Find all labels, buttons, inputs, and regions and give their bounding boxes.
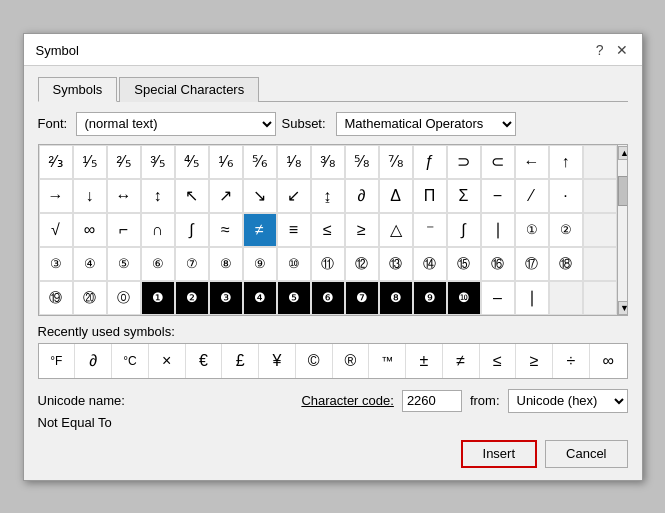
recently-cell[interactable]: °C	[112, 344, 149, 378]
symbol-cell[interactable]: ❹	[243, 281, 277, 315]
recently-cell[interactable]: ™	[369, 344, 406, 378]
symbol-cell[interactable]: ³⁄₅	[141, 145, 175, 179]
symbol-cell-selected[interactable]: ≠	[243, 213, 277, 247]
symbol-cell[interactable]: ↙	[277, 179, 311, 213]
symbol-cell[interactable]: ❻	[311, 281, 345, 315]
symbol-cell[interactable]: ⓪	[107, 281, 141, 315]
symbol-cell[interactable]: ②	[549, 213, 583, 247]
symbol-cell[interactable]: ⑯	[481, 247, 515, 281]
symbol-cell[interactable]: –	[481, 281, 515, 315]
symbol-cell[interactable]: ⑬	[379, 247, 413, 281]
symbol-cell[interactable]: ²⁄₅	[107, 145, 141, 179]
symbol-cell[interactable]: ∫	[447, 213, 481, 247]
symbol-cell[interactable]: ⑰	[515, 247, 549, 281]
from-select[interactable]: Unicode (hex)	[508, 389, 628, 413]
symbol-cell[interactable]: ∫	[175, 213, 209, 247]
symbol-cell[interactable]: ⁴⁄₅	[175, 145, 209, 179]
symbol-cell[interactable]: ←	[515, 145, 549, 179]
symbol-cell[interactable]: ↗	[209, 179, 243, 213]
recently-cell[interactable]: ®	[333, 344, 370, 378]
symbol-cell[interactable]: ③	[39, 247, 73, 281]
symbol-cell[interactable]: √	[39, 213, 73, 247]
tab-symbols[interactable]: Symbols	[38, 77, 118, 102]
symbol-cell[interactable]: ↓	[73, 179, 107, 213]
symbol-cell[interactable]: ∣	[515, 281, 549, 315]
font-select[interactable]: (normal text)	[76, 112, 276, 136]
recently-cell[interactable]: ∞	[590, 344, 627, 378]
symbol-cell[interactable]: ⑧	[209, 247, 243, 281]
symbol-cell[interactable]: ⁵⁄₈	[345, 145, 379, 179]
recently-cell[interactable]: ≠	[443, 344, 480, 378]
symbol-cell[interactable]: ↖	[175, 179, 209, 213]
symbol-cell[interactable]: →	[39, 179, 73, 213]
tab-special-characters[interactable]: Special Characters	[119, 77, 259, 102]
symbol-cell[interactable]: ≈	[209, 213, 243, 247]
symbol-cell[interactable]: ↑	[549, 145, 583, 179]
symbol-cell[interactable]: ≥	[345, 213, 379, 247]
symbol-cell[interactable]: ⑮	[447, 247, 481, 281]
recently-cell[interactable]: ×	[149, 344, 186, 378]
symbol-cell[interactable]: ∩	[141, 213, 175, 247]
symbol-cell[interactable]: ∞	[73, 213, 107, 247]
symbol-cell[interactable]: ³⁄₈	[311, 145, 345, 179]
symbol-cell[interactable]: −	[481, 179, 515, 213]
char-code-label[interactable]: Character code:	[301, 393, 394, 408]
symbol-cell[interactable]: ❼	[345, 281, 379, 315]
recently-cell[interactable]: ≥	[516, 344, 553, 378]
symbol-cell[interactable]: ²⁄₃	[39, 145, 73, 179]
symbol-cell[interactable]: ①	[515, 213, 549, 247]
symbol-cell[interactable]: ⑨	[243, 247, 277, 281]
symbol-cell[interactable]: ↔	[107, 179, 141, 213]
symbol-cell[interactable]: ❽	[379, 281, 413, 315]
recently-cell[interactable]: ≤	[480, 344, 517, 378]
symbol-cell[interactable]: ❾	[413, 281, 447, 315]
recently-cell[interactable]: ¥	[259, 344, 296, 378]
symbol-cell[interactable]: ⑩	[277, 247, 311, 281]
symbol-cell[interactable]: ⁻	[413, 213, 447, 247]
symbol-cell[interactable]: ·	[549, 179, 583, 213]
symbol-cell[interactable]: ④	[73, 247, 107, 281]
symbol-cell[interactable]: ⑭	[413, 247, 447, 281]
symbol-cell[interactable]: ⊂	[481, 145, 515, 179]
symbol-cell[interactable]: ¹⁄₈	[277, 145, 311, 179]
insert-button[interactable]: Insert	[461, 440, 538, 468]
symbol-cell[interactable]: ⑥	[141, 247, 175, 281]
symbol-cell[interactable]: ❺	[277, 281, 311, 315]
symbol-cell[interactable]: ∕	[515, 179, 549, 213]
recently-cell[interactable]: ÷	[553, 344, 590, 378]
recently-cell[interactable]: ±	[406, 344, 443, 378]
symbol-cell[interactable]: Δ	[379, 179, 413, 213]
symbol-cell[interactable]: ⑫	[345, 247, 379, 281]
symbol-cell[interactable]: ⊃	[447, 145, 481, 179]
symbol-cell[interactable]: ⑦	[175, 247, 209, 281]
symbol-cell[interactable]: ⑤	[107, 247, 141, 281]
symbol-cell[interactable]: ⑪	[311, 247, 345, 281]
recently-cell[interactable]: °F	[39, 344, 76, 378]
recently-cell[interactable]: ©	[296, 344, 333, 378]
symbol-cell[interactable]: ⑳	[73, 281, 107, 315]
symbol-cell[interactable]: ❶	[141, 281, 175, 315]
symbol-cell[interactable]: Π	[413, 179, 447, 213]
recently-cell[interactable]: ∂	[75, 344, 112, 378]
symbol-cell[interactable]: ƒ	[413, 145, 447, 179]
symbol-cell[interactable]: ⌐	[107, 213, 141, 247]
cancel-button[interactable]: Cancel	[545, 440, 627, 468]
char-code-input[interactable]	[402, 390, 462, 412]
symbol-cell[interactable]: ❷	[175, 281, 209, 315]
symbol-cell[interactable]: ⁵⁄₆	[243, 145, 277, 179]
symbol-cell[interactable]: ≡	[277, 213, 311, 247]
symbol-cell[interactable]: ¹⁄₅	[73, 145, 107, 179]
subset-select[interactable]: Mathematical Operators	[336, 112, 516, 136]
symbol-cell[interactable]: ❸	[209, 281, 243, 315]
scrollbar[interactable]: ▲ ▼	[617, 145, 628, 315]
symbol-cell[interactable]: ⑱	[549, 247, 583, 281]
recently-cell[interactable]: €	[186, 344, 223, 378]
help-button[interactable]: ?	[594, 42, 606, 58]
recently-cell[interactable]: £	[222, 344, 259, 378]
symbol-cell[interactable]: ↘	[243, 179, 277, 213]
symbol-cell[interactable]: ∂	[345, 179, 379, 213]
symbol-cell[interactable]: ≤	[311, 213, 345, 247]
symbol-cell[interactable]: ❿	[447, 281, 481, 315]
symbol-cell[interactable]: △	[379, 213, 413, 247]
symbol-cell[interactable]: ⁷⁄₈	[379, 145, 413, 179]
